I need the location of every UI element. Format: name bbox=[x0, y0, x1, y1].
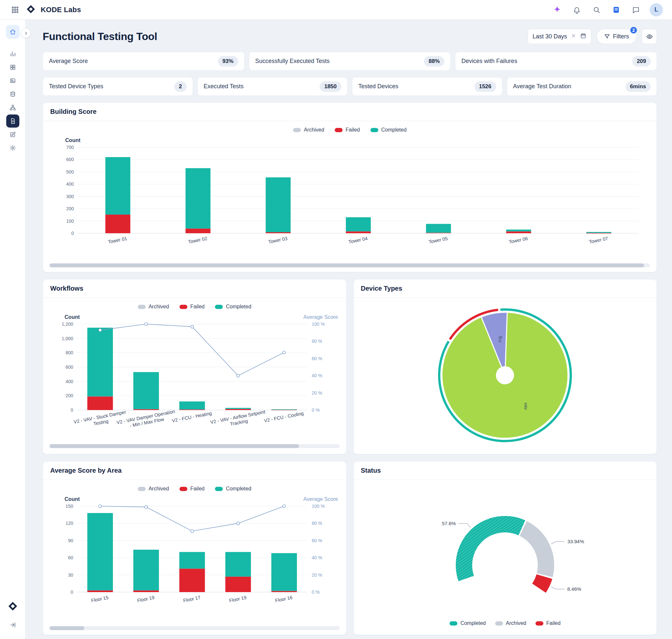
legend-completed[interactable]: Completed bbox=[215, 304, 251, 310]
kpi-value-badge: 93% bbox=[218, 56, 238, 66]
svg-text:Tower 04: Tower 04 bbox=[348, 236, 368, 245]
ai-sparkle-icon[interactable]: ✦ bbox=[551, 4, 563, 16]
sidebar-collapse-icon[interactable] bbox=[6, 618, 19, 632]
svg-text:Tower 03: Tower 03 bbox=[268, 236, 288, 245]
area-scrollbar bbox=[49, 626, 340, 630]
legend-archived[interactable]: Archived bbox=[293, 127, 324, 133]
view-toggle-eye-icon[interactable] bbox=[642, 29, 657, 44]
svg-text:40 %: 40 % bbox=[312, 373, 322, 378]
svg-text:0: 0 bbox=[71, 407, 73, 413]
main-content: Functional Testing Tool Last 30 Days Fil… bbox=[26, 0, 672, 635]
svg-text:Floor 19: Floor 19 bbox=[137, 595, 155, 603]
svg-text:Floor 16: Floor 16 bbox=[275, 595, 293, 603]
svg-text:fcu: fcu bbox=[498, 336, 503, 342]
svg-text:300: 300 bbox=[66, 194, 74, 199]
svg-text:Count: Count bbox=[65, 496, 80, 502]
svg-text:40 %: 40 % bbox=[312, 555, 322, 560]
building-score-legend: Archived Failed Completed bbox=[49, 124, 650, 134]
left-sidebar bbox=[0, 20, 26, 639]
scrollbar-thumb[interactable] bbox=[49, 263, 644, 267]
sidebar-item-media[interactable] bbox=[6, 74, 19, 87]
calendar-icon[interactable] bbox=[580, 32, 586, 40]
kpi-executed-tests: Executed Tests 1850 bbox=[198, 77, 348, 96]
legend-completed[interactable]: Completed bbox=[370, 127, 407, 133]
sidebar-item-analytics[interactable] bbox=[6, 47, 19, 60]
svg-text:Count: Count bbox=[65, 138, 81, 143]
sidebar-item-apps[interactable] bbox=[6, 61, 19, 74]
filters-button[interactable]: Filters 2 bbox=[597, 29, 637, 44]
docs-book-icon[interactable] bbox=[610, 4, 622, 16]
search-icon[interactable] bbox=[591, 4, 602, 16]
svg-text:Average Score: Average Score bbox=[303, 314, 338, 320]
legend-failed[interactable]: Failed bbox=[335, 127, 360, 133]
area-legend: Archived Failed Completed bbox=[49, 483, 340, 493]
expand-panel-chevron[interactable] bbox=[21, 28, 31, 38]
svg-text:90: 90 bbox=[68, 538, 73, 543]
app-grid-icon[interactable] bbox=[9, 4, 21, 16]
svg-text:80 %: 80 % bbox=[312, 520, 322, 526]
help-chat-icon[interactable] bbox=[630, 4, 642, 16]
svg-text:20 %: 20 % bbox=[312, 573, 322, 578]
kpi-devices-with-failures: Devices with Failures 209 bbox=[455, 52, 657, 71]
svg-text:Tower 07: Tower 07 bbox=[588, 236, 608, 245]
svg-text:Count: Count bbox=[65, 314, 80, 320]
svg-text:800: 800 bbox=[66, 350, 74, 355]
svg-text:200: 200 bbox=[66, 393, 74, 398]
building-score-card: Building Score Archived Failed Completed… bbox=[43, 102, 657, 272]
top-navbar: KODE Labs ✦ L bbox=[0, 0, 672, 20]
svg-text:60 %: 60 % bbox=[312, 538, 322, 543]
svg-text:200: 200 bbox=[66, 206, 74, 211]
kpi-average-test-duration: Average Test Duration 6mins bbox=[507, 77, 657, 96]
svg-text:V2 - VAV - Airflow SetpointTra: V2 - VAV - Airflow SetpointTracking bbox=[210, 409, 267, 431]
status-title: Status bbox=[361, 467, 650, 474]
notifications-bell-icon[interactable] bbox=[571, 4, 583, 16]
building-score-scrollbar bbox=[49, 263, 650, 267]
status-gauge-chart: 57.6%33.94%8.46% bbox=[360, 483, 650, 617]
svg-text:57.6%: 57.6% bbox=[442, 520, 456, 526]
svg-text:600: 600 bbox=[66, 157, 74, 162]
svg-text:100 %: 100 % bbox=[312, 503, 325, 509]
legend-archived[interactable]: Archived bbox=[138, 486, 169, 492]
svg-text:120: 120 bbox=[66, 520, 74, 526]
legend-archived[interactable]: Archived bbox=[495, 620, 526, 626]
svg-text:Floor 19: Floor 19 bbox=[229, 595, 247, 603]
sidebar-item-settings[interactable] bbox=[6, 141, 19, 155]
sidebar-item-assets[interactable] bbox=[6, 88, 19, 101]
workflows-legend: Archived Failed Completed bbox=[49, 300, 340, 311]
device-types-card: Device Types vavfcu bbox=[353, 279, 657, 454]
kpi-tested-devices: Tested Devices 1526 bbox=[352, 77, 502, 96]
svg-text:600: 600 bbox=[66, 364, 74, 370]
legend-failed[interactable]: Failed bbox=[535, 620, 561, 626]
svg-text:Tower 06: Tower 06 bbox=[508, 236, 528, 245]
svg-text:Tower 02: Tower 02 bbox=[188, 236, 208, 245]
kpi-value-badge: 1526 bbox=[474, 81, 496, 92]
kode-logo-icon bbox=[26, 4, 35, 15]
svg-text:100: 100 bbox=[66, 218, 74, 224]
sidebar-item-workflows[interactable] bbox=[6, 101, 19, 114]
scrollbar-thumb[interactable] bbox=[49, 444, 299, 448]
legend-archived[interactable]: Archived bbox=[138, 304, 169, 310]
svg-text:1,200: 1,200 bbox=[62, 322, 73, 327]
svg-text:150: 150 bbox=[66, 503, 74, 509]
legend-failed[interactable]: Failed bbox=[180, 486, 205, 492]
user-avatar[interactable]: L bbox=[650, 3, 663, 16]
kpi-value-badge: 2 bbox=[174, 81, 186, 92]
legend-failed[interactable]: Failed bbox=[180, 304, 205, 310]
kpi-value-badge: 88% bbox=[424, 56, 444, 66]
date-range-picker[interactable]: Last 30 Days bbox=[528, 29, 591, 44]
legend-completed[interactable]: Completed bbox=[449, 620, 486, 626]
svg-text:500: 500 bbox=[66, 169, 74, 174]
clear-date-icon[interactable] bbox=[571, 33, 576, 40]
legend-completed[interactable]: Completed bbox=[215, 486, 251, 492]
kpi-successful-tests: Successfully Executed Tests 88% bbox=[249, 52, 451, 71]
sidebar-item-home[interactable] bbox=[6, 25, 20, 39]
svg-text:Average Score: Average Score bbox=[303, 496, 338, 502]
scrollbar-thumb[interactable] bbox=[49, 626, 84, 630]
svg-text:700: 700 bbox=[66, 145, 74, 150]
svg-text:80 %: 80 % bbox=[312, 339, 322, 344]
sidebar-item-compose[interactable] bbox=[6, 128, 19, 141]
sidebar-item-reports[interactable] bbox=[6, 114, 19, 128]
svg-text:100 %: 100 % bbox=[312, 322, 325, 327]
svg-text:60 %: 60 % bbox=[312, 356, 322, 361]
kode-logo-mark-icon bbox=[8, 601, 18, 612]
